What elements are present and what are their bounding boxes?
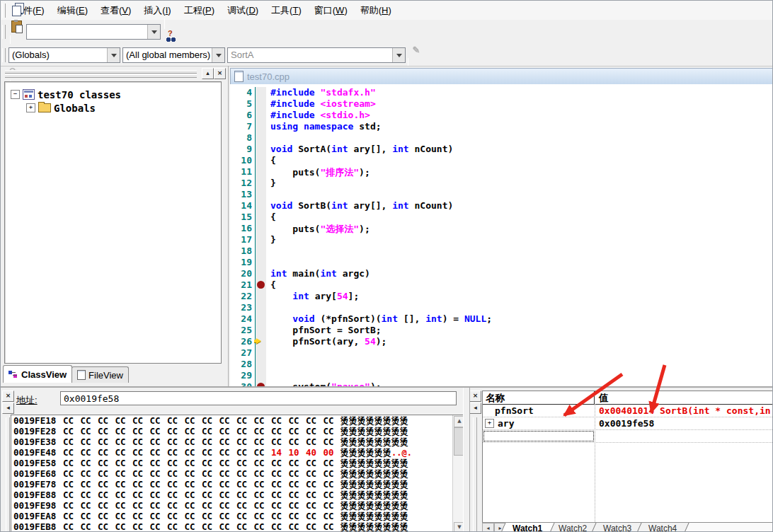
menubar-grip[interactable] bbox=[2, 4, 6, 18]
breakpoint-icon[interactable] bbox=[257, 281, 265, 289]
code-editor[interactable]: 4#include "stdafx.h"5#include <iostream>… bbox=[230, 84, 773, 386]
memory-dump[interactable]: 0019FE18CCCCCCCCCCCCCCCCCCCCCCCCCCCCCCCC… bbox=[11, 415, 465, 532]
watch-row[interactable]: +ary0x0019fe58 bbox=[483, 417, 773, 430]
memory-row[interactable]: 0019FE98CCCCCCCCCCCCCCCCCCCCCCCCCCCCCCCC… bbox=[11, 500, 464, 511]
breakpoint-margin[interactable] bbox=[256, 87, 266, 98]
watch-close-button[interactable]: × bbox=[469, 391, 481, 402]
code-line-14[interactable]: 14void SortB(int ary[], int nCount) bbox=[230, 200, 773, 212]
watch-column-divider[interactable] bbox=[595, 404, 595, 522]
workspace-pane-header[interactable]: ▴ × bbox=[2, 67, 227, 80]
code-line-11[interactable]: 11 puts("排序法"); bbox=[230, 166, 773, 178]
copy-button[interactable] bbox=[8, 1, 25, 18]
breakpoint-margin[interactable] bbox=[256, 189, 266, 200]
code-line-18[interactable]: 18 bbox=[230, 245, 773, 257]
code-line-23[interactable]: 23 bbox=[230, 302, 773, 313]
menu-p[interactable]: 工程(P) bbox=[178, 1, 221, 20]
memory-row[interactable]: 0019FE68CCCCCCCCCCCCCCCCCCCCCCCCCCCCCCCC… bbox=[11, 468, 464, 479]
code-line-28[interactable]: 28 bbox=[230, 359, 773, 370]
watch-value-column-header[interactable]: 值 bbox=[595, 391, 773, 404]
breakpoint-margin[interactable] bbox=[256, 166, 266, 178]
memory-pane-grip[interactable] bbox=[6, 417, 10, 531]
wizard-toolbar-grip[interactable] bbox=[2, 48, 6, 62]
breakpoint-margin[interactable] bbox=[256, 121, 266, 132]
code-line-6[interactable]: 6#include <stdio.h> bbox=[230, 110, 773, 121]
menu-h[interactable]: 帮助(H) bbox=[354, 1, 398, 20]
memory-row[interactable]: 0019FE48CCCCCCCCCCCCCCCCCCCCCCCC14104000… bbox=[11, 447, 464, 458]
members-combo[interactable]: (All global members) bbox=[122, 47, 225, 63]
breakpoint-margin[interactable] bbox=[256, 302, 266, 313]
code-line-4[interactable]: 4#include "stdafx.h" bbox=[230, 87, 773, 98]
standard-toolbar-grip[interactable] bbox=[2, 25, 6, 39]
memory-dock-button[interactable]: ◂ bbox=[2, 403, 14, 414]
code-line-7[interactable]: 7using namespace std; bbox=[230, 121, 773, 132]
collapse-icon[interactable]: − bbox=[11, 90, 20, 99]
watch-dock-button[interactable]: ◂ bbox=[469, 403, 481, 414]
code-line-26[interactable]: 26 pfnSort(ary, 54); bbox=[230, 336, 773, 347]
breakpoint-margin[interactable] bbox=[256, 155, 266, 166]
breakpoint-margin[interactable] bbox=[256, 144, 266, 155]
editor-title-bar[interactable]: test70.cpp bbox=[230, 68, 773, 85]
code-line-21[interactable]: 21{ bbox=[230, 279, 773, 291]
function-combo-dropdown-icon[interactable] bbox=[392, 48, 405, 62]
breakpoint-margin[interactable] bbox=[256, 268, 266, 279]
menu-i[interactable]: 插入(I) bbox=[137, 1, 177, 20]
breakpoint-margin[interactable] bbox=[256, 200, 266, 212]
code-line-19[interactable]: 19 bbox=[230, 257, 773, 268]
code-line-30[interactable]: 30 system("pause"); bbox=[230, 381, 773, 386]
menu-e[interactable]: 编辑(E) bbox=[51, 1, 94, 20]
breakpoint-margin[interactable] bbox=[256, 359, 266, 370]
watch-pane-grip[interactable] bbox=[473, 417, 477, 531]
menu-v[interactable]: 查看(V) bbox=[94, 1, 137, 20]
code-line-5[interactable]: 5#include <iostream> bbox=[230, 98, 773, 110]
watch-name-column-header[interactable]: 名称 bbox=[483, 391, 595, 404]
members-combo-dropdown-icon[interactable] bbox=[212, 48, 224, 62]
code-line-17[interactable]: 17} bbox=[230, 234, 773, 245]
class-combo-dropdown-icon[interactable] bbox=[107, 48, 120, 62]
workspace-close-button[interactable]: × bbox=[214, 68, 226, 79]
find-combo[interactable] bbox=[26, 24, 161, 40]
search-in-files-button[interactable] bbox=[162, 29, 179, 46]
workspace-drag-handle[interactable] bbox=[5, 70, 197, 74]
code-line-9[interactable]: 9void SortA(int ary[], int nCount) bbox=[230, 144, 773, 155]
class-combo[interactable]: (Globals) bbox=[8, 47, 120, 63]
classview-tree[interactable]: − test70 classes + Globals bbox=[4, 81, 222, 364]
breakpoint-margin[interactable] bbox=[256, 257, 266, 268]
watch-name-cell[interactable]: +ary bbox=[483, 417, 595, 429]
memory-row[interactable]: 0019FE38CCCCCCCCCCCCCCCCCCCCCCCCCCCCCCCC… bbox=[11, 436, 464, 447]
tab-watch1[interactable]: Watch1 bbox=[500, 523, 554, 532]
watch-value-cell[interactable]: 0x0019fe58 bbox=[595, 418, 773, 429]
code-line-24[interactable]: 24 void (*pfnSort)(int [], int) = NULL; bbox=[230, 313, 773, 325]
memory-row[interactable]: 0019FE88CCCCCCCCCCCCCCCCCCCCCCCCCCCCCCCC… bbox=[11, 490, 464, 500]
watch-name-cell[interactable] bbox=[483, 430, 595, 442]
memory-row[interactable]: 0019FE28CCCCCCCCCCCCCCCCCCCCCCCCCCCCCCCC… bbox=[11, 426, 464, 436]
code-line-20[interactable]: 20int main(int argc) bbox=[230, 268, 773, 279]
address-input[interactable]: 0x0019fe58 bbox=[60, 391, 457, 405]
tab-watch4[interactable]: Watch4 bbox=[636, 523, 689, 532]
watch-value-cell[interactable]: 0x00401014 SortB(int * const,in bbox=[595, 405, 773, 416]
memory-row[interactable]: 0019FE18CCCCCCCCCCCCCCCCCCCCCCCCCCCCCCCC… bbox=[11, 415, 464, 426]
watch-row[interactable]: pfnSort0x00401014 SortB(int * const,in bbox=[483, 405, 773, 417]
code-line-22[interactable]: 22 int ary[54]; bbox=[230, 291, 773, 302]
code-line-8[interactable]: 8 bbox=[230, 132, 773, 144]
memory-row[interactable]: 0019FEA8CCCCCCCCCCCCCCCCCCCCCCCCCCCCCCCC… bbox=[11, 511, 464, 521]
workspace-minimize-button[interactable]: ▴ bbox=[202, 68, 214, 79]
tab-fileview[interactable]: FileView bbox=[71, 366, 129, 383]
paste-button[interactable] bbox=[8, 18, 25, 35]
watch-row[interactable] bbox=[483, 430, 773, 443]
menu-t[interactable]: 工具(T) bbox=[265, 1, 308, 20]
code-line-10[interactable]: 10{ bbox=[230, 155, 773, 166]
tab-classview[interactable]: ClassView bbox=[3, 365, 72, 383]
workspace-drag-handle[interactable] bbox=[5, 74, 197, 78]
memory-row[interactable]: 0019FE78CCCCCCCCCCCCCCCCCCCCCCCCCCCCCCCC… bbox=[11, 479, 464, 490]
code-line-25[interactable]: 25 pfnSort = SortB; bbox=[230, 325, 773, 336]
memory-row[interactable]: 0019FE58CCCCCCCCCCCCCCCCCCCCCCCCCCCCCCCC… bbox=[11, 458, 464, 468]
breakpoint-margin[interactable] bbox=[256, 110, 266, 121]
breakpoint-margin[interactable] bbox=[256, 381, 266, 386]
breakpoint-margin[interactable] bbox=[256, 223, 266, 234]
breakpoint-margin[interactable] bbox=[256, 279, 266, 291]
memory-row[interactable]: 0019FEB8CCCCCCCCCCCCCCCCCCCCCCCCCCCCCCCC… bbox=[11, 521, 464, 532]
menu-d[interactable]: 调试(D) bbox=[221, 1, 265, 20]
function-combo[interactable]: SortA bbox=[227, 47, 406, 63]
breakpoint-margin[interactable] bbox=[256, 291, 266, 302]
watch-tabs-scroll-left-icon[interactable]: ◂ bbox=[482, 523, 494, 532]
